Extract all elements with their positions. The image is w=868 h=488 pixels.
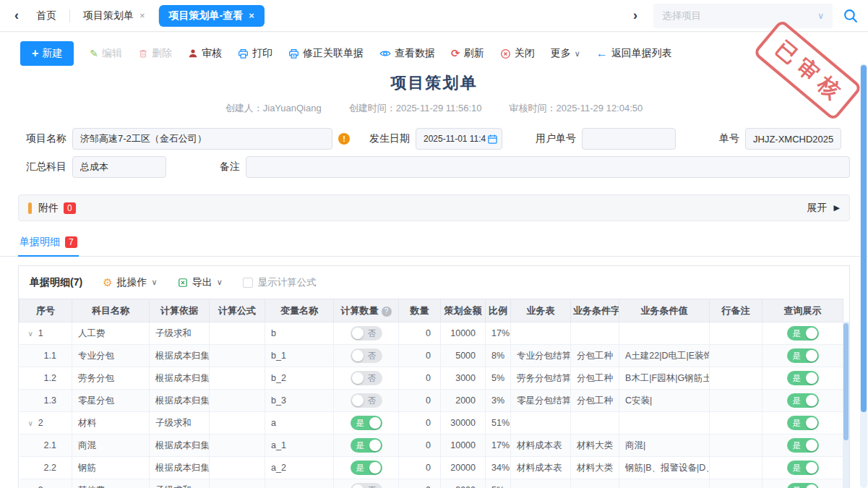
creator: 创建人：JiaYuanQiang (225, 102, 322, 115)
query-show-toggle[interactable]: 是 (787, 438, 819, 453)
project-select-input[interactable] (662, 10, 817, 21)
fix-linked-button[interactable]: 修正关联单据 (288, 47, 364, 60)
checkbox-icon[interactable] (243, 278, 253, 288)
tab-detail-lines[interactable]: 单据明细 7 (18, 232, 79, 257)
cell-calc-qty: 是 (334, 435, 399, 457)
attachment-count-badge: 0 (64, 202, 76, 214)
nav-forward-chevron-icon[interactable]: › (629, 8, 642, 23)
calc-qty-toggle[interactable]: 是 (351, 416, 382, 430)
calc-qty-toggle[interactable]: 否 (351, 348, 382, 363)
cell-row-remark (710, 322, 762, 345)
project-name-label: 项目名称 (26, 132, 66, 145)
cell-row-remark (710, 457, 762, 479)
cell-ratio: 17% (486, 322, 511, 345)
table-row[interactable]: ∨1人工费子级求和b否01000017%是 (20, 322, 843, 345)
cell-variable: a_2 (265, 457, 334, 479)
remark-field[interactable] (246, 156, 850, 178)
table-vertical-scrollbar[interactable] (843, 322, 849, 488)
table-row[interactable]: 1.1专业分包根据成本归集b_1否050008%专业分包结算子表分包工种A土建2… (20, 345, 843, 367)
tab-home[interactable]: 首页 (23, 0, 69, 32)
cell-row-remark (710, 412, 762, 435)
cell-basis: 子级求和 (150, 412, 210, 435)
scrollbar-thumb[interactable] (861, 65, 867, 412)
column-header: 业务条件字段 (571, 299, 619, 322)
attachment-bar[interactable]: 附件 0 展开 ▶ (18, 194, 850, 221)
calendar-icon[interactable] (487, 134, 498, 145)
cell-basis: 根据成本归集 (150, 390, 210, 412)
table-row[interactable]: 2.2钢筋根据成本归集a_2是02000034%材料成本表材料大类钢筋|B、报警… (20, 457, 843, 479)
calc-qty-toggle[interactable]: 否 (351, 371, 382, 385)
view-data-button[interactable]: 查看数据 (379, 47, 435, 60)
detail-table-head-row: 序号科目名称计算依据计算公式变量名称计算数量?数量策划金额比例业务表业务条件字段… (20, 299, 843, 322)
doc-no-field[interactable] (745, 128, 841, 150)
tab-project-plan-view[interactable]: 项目策划单-查看 × (159, 5, 265, 27)
column-header: 变量名称 (265, 299, 334, 322)
expand-button[interactable]: 展开 ▶ (807, 202, 840, 215)
info-icon[interactable]: ! (338, 133, 350, 145)
table-row[interactable]: 1.3零星分包根据成本归集b_3否020003%零星分包结算子表分包工种C安装|… (20, 390, 843, 412)
query-show-toggle[interactable]: 是 (787, 461, 819, 475)
new-button[interactable]: + 新建 (20, 41, 74, 66)
edit-button[interactable]: ✎ 编辑 (90, 47, 122, 60)
calc-qty-toggle[interactable]: 否 (351, 326, 382, 341)
gear-icon: ⚙ (103, 276, 112, 289)
audited-time: 审核时间：2025-11-29 12:04:50 (510, 102, 643, 115)
cell-row-remark (710, 367, 762, 390)
calc-qty-toggle[interactable]: 是 (351, 438, 382, 453)
table-row[interactable]: 2.1商混根据成本归集a_1是01000017%材料成本表材料大类商混|是 (20, 435, 843, 457)
expand-chevron-icon[interactable]: ∨ (28, 419, 33, 427)
tab-close-icon[interactable]: × (249, 10, 254, 21)
user-no-field[interactable] (582, 128, 676, 150)
tab-close-icon[interactable]: × (139, 10, 145, 21)
chevron-down-icon[interactable]: ∨ (817, 11, 824, 21)
print-button[interactable]: 打印 (238, 47, 272, 60)
query-show-toggle[interactable]: 是 (787, 348, 819, 363)
cell-query-show: 是 (762, 367, 843, 390)
scrollbar-thumb[interactable] (843, 323, 848, 440)
cell-biz-table (511, 322, 571, 345)
cell-row-remark (710, 390, 762, 412)
column-header: 业务条件值 (619, 299, 710, 322)
export-button[interactable]: 导出 ∨ (178, 276, 223, 289)
column-header: 策划金额 (441, 299, 486, 322)
cell-qty: 0 (399, 322, 441, 345)
cell-biz-field: 材料大类 (571, 457, 619, 479)
expand-chevron-icon[interactable]: ∨ (28, 330, 33, 338)
refresh-button[interactable]: ⟳ 刷新 (451, 47, 484, 60)
page-vertical-scrollbar[interactable] (860, 64, 867, 488)
project-name-field[interactable] (72, 128, 332, 150)
show-formula-toggle[interactable]: 显示计算公式 (243, 276, 317, 289)
more-button[interactable]: 更多 ∨ (551, 47, 580, 60)
query-show-toggle[interactable]: 是 (787, 326, 819, 341)
summary-subject-field[interactable] (72, 156, 166, 178)
calc-qty-toggle[interactable]: 否 (351, 483, 382, 488)
back-label: 返回单据列表 (611, 47, 672, 60)
cell-ratio: 5% (486, 479, 511, 488)
calc-qty-toggle[interactable]: 否 (351, 393, 382, 408)
search-icon[interactable] (843, 8, 858, 23)
project-select[interactable]: ∨ (653, 4, 833, 28)
query-show-toggle[interactable]: 是 (787, 416, 819, 430)
help-icon[interactable]: ? (382, 307, 392, 317)
audit-button[interactable]: 审核 (188, 47, 222, 60)
cell-calc-qty: 是 (334, 457, 399, 479)
cell-amount: 2000 (441, 390, 486, 412)
back-to-list-button[interactable]: ← 返回单据列表 (596, 47, 672, 60)
delete-button[interactable]: 删除 (138, 47, 172, 60)
table-row[interactable]: 1.2劳务分包根据成本归集b_2否030005%劳务分包结算子表分包工种B木工|… (20, 367, 843, 390)
column-header: 业务表 (511, 299, 571, 322)
table-row[interactable]: ∨3其他费子级求和c否030005%是 (20, 479, 843, 488)
cell-subject: 人工费 (72, 322, 150, 345)
cell-subject: 专业分包 (72, 345, 150, 367)
calc-qty-toggle[interactable]: 是 (351, 461, 382, 475)
cell-ratio: 3% (486, 390, 511, 412)
nav-back-chevron-icon[interactable]: ‹ (10, 8, 23, 23)
batch-actions-button[interactable]: ⚙ 批操作 ∨ (103, 276, 158, 289)
table-row[interactable]: ∨2材料子级求和a是03000051%是 (20, 412, 843, 435)
tab-project-plan-list[interactable]: 项目策划单 × (70, 0, 158, 32)
query-show-toggle[interactable]: 是 (787, 393, 819, 408)
cell-variable: a_1 (265, 435, 334, 457)
query-show-toggle[interactable]: 是 (787, 371, 819, 385)
close-button[interactable]: 关闭 (500, 47, 535, 60)
query-show-toggle[interactable]: 是 (787, 483, 819, 488)
